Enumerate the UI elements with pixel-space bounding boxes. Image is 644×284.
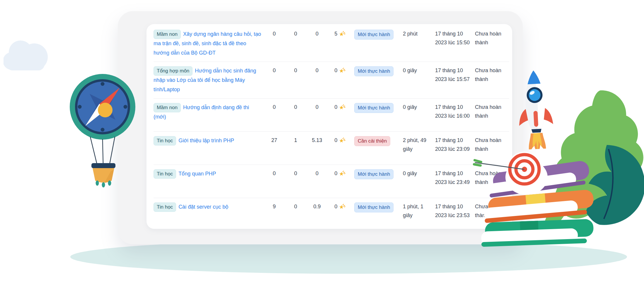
- subject-badge: Mầm non: [154, 30, 181, 39]
- reward-cell: 0: [328, 66, 352, 75]
- status-cell: Mới thực hành: [354, 30, 401, 40]
- count-cell-2: 0: [285, 66, 306, 75]
- lesson-title-cell: Mầm nonXây dựng ngân hàng câu hỏi, tạo m…: [154, 30, 263, 58]
- count-cell-1: 0: [266, 169, 283, 178]
- reward-value: 0: [334, 202, 337, 211]
- star-sparkle-icon: [339, 104, 345, 110]
- subject-badge: Tin học: [154, 136, 176, 146]
- date-cell: 17 tháng 10 2023 lúc 15:57: [435, 66, 473, 84]
- count-cell-2: 0: [285, 169, 306, 178]
- reward-cell: 0: [328, 202, 352, 211]
- subject-badge: Tổng hợp môn: [154, 66, 192, 76]
- reward-cell: 0: [328, 103, 352, 112]
- balloon-strings: [90, 137, 115, 164]
- status-cell: Mới thực hành: [354, 169, 401, 179]
- lesson-link[interactable]: Giới thiệu lập trình PHP: [178, 138, 234, 143]
- reward-value: 5: [334, 30, 337, 38]
- star-sparkle-icon: [339, 170, 345, 177]
- count-cell-1: 0: [266, 30, 283, 38]
- table-row: Tin họcCài đặt server cục bộ 9 0 0.9 0 M…: [154, 198, 509, 231]
- rocket-illustration: [511, 66, 559, 150]
- subject-badge: Mầm non: [154, 103, 181, 112]
- count-cell-3: 0: [309, 169, 326, 178]
- count-cell-2: 0: [285, 30, 306, 38]
- table-row: Tin họcGiới thiệu lập trình PHP 27 1 5.1…: [154, 131, 509, 165]
- status-badge: Mới thực hành: [354, 169, 393, 179]
- date-cell: 17 tháng 10 2023 lúc 23:09: [435, 136, 473, 153]
- count-cell-1: 0: [266, 103, 283, 112]
- count-cell-2: 0: [285, 202, 306, 211]
- lesson-title-cell: Tin họcTổng quan PHP: [154, 169, 263, 179]
- date-cell: 17 tháng 10 2023 lúc 23:53: [435, 202, 473, 220]
- completion-cell: Chưa hoàn thành: [475, 103, 510, 120]
- status-cell: Mới thực hành: [354, 103, 401, 113]
- table-row: Tổng hợp mônHướng dẫn học sinh đăng nhập…: [154, 62, 509, 98]
- count-cell-1: 9: [266, 202, 283, 211]
- reward-value: 0: [334, 66, 337, 75]
- count-cell-3: 0.9: [309, 202, 326, 211]
- results-table-body: Mầm nonXây dựng ngân hàng câu hỏi, tạo m…: [154, 25, 509, 231]
- duration-cell: 0 giây: [403, 66, 433, 75]
- status-cell: Cần cải thiện: [354, 136, 401, 146]
- count-cell-2: 1: [285, 136, 306, 145]
- dartboard-illustration: [472, 144, 548, 199]
- lesson-title-cell: Mầm nonHướng dẫn định dạng đề thi (mới): [154, 103, 263, 122]
- completion-cell: Chưa hoàn thành: [475, 66, 510, 84]
- table-row: Mầm nonXây dựng ngân hàng câu hỏi, tạo m…: [154, 25, 509, 62]
- reward-cell: 5: [328, 30, 352, 38]
- compass-icon: [70, 74, 135, 140]
- reward-value: 0: [334, 169, 337, 178]
- lesson-title-cell: Tổng hợp mônHướng dẫn học sinh đăng nhập…: [154, 66, 263, 94]
- count-cell-1: 27: [266, 136, 283, 145]
- table-row: Tin họcTổng quan PHP 0 0 0 0 Mới thực hà…: [154, 165, 509, 198]
- status-badge: Cần cải thiện: [354, 136, 390, 146]
- date-cell: 17 tháng 10 2023 lúc 23:49: [435, 169, 473, 187]
- reward-value: 0: [334, 103, 337, 112]
- duration-cell: 0 giây: [403, 169, 433, 178]
- duration-cell: 2 phút: [403, 30, 433, 38]
- duration-cell: 1 phút, 1 giây: [403, 202, 433, 220]
- cloud-icon: [4, 37, 56, 74]
- status-badge: Mới thực hành: [354, 202, 393, 212]
- results-card: Mầm nonXây dựng ngân hàng câu hỏi, tạo m…: [146, 24, 512, 229]
- status-cell: Mới thực hành: [354, 202, 401, 212]
- status-badge: Mới thực hành: [354, 30, 393, 40]
- star-sparkle-icon: [339, 137, 345, 143]
- reward-cell: 0: [328, 169, 352, 178]
- lesson-link[interactable]: Tổng quan PHP: [178, 171, 216, 177]
- table-row: Mầm nonHướng dẫn định dạng đề thi (mới) …: [154, 98, 509, 131]
- star-sparkle-icon: [339, 31, 345, 37]
- count-cell-3: 0: [309, 66, 326, 75]
- count-cell-3: 0: [309, 30, 326, 38]
- completion-cell: Chưa hoàn thành: [475, 30, 510, 47]
- subject-badge: Tin học: [154, 169, 176, 179]
- status-badge: Mới thực hành: [354, 66, 393, 76]
- duration-cell: 2 phút, 49 giây: [403, 136, 433, 153]
- book-green: [481, 219, 594, 247]
- status-badge: Mới thực hành: [354, 103, 393, 113]
- date-cell: 17 tháng 10 2023 lúc 15:50: [435, 30, 473, 47]
- lesson-link[interactable]: Cài đặt server cục bộ: [178, 204, 228, 210]
- date-cell: 17 tháng 10 2023 lúc 16:00: [435, 103, 473, 120]
- duration-cell: 0 giây: [403, 103, 433, 112]
- count-cell-2: 0: [285, 103, 306, 112]
- reward-value: 0: [334, 136, 337, 145]
- balloon-basket: [91, 163, 115, 187]
- reward-cell: 0: [328, 136, 352, 145]
- subject-badge: Tin học: [154, 202, 176, 212]
- count-cell-1: 0: [266, 66, 283, 75]
- results-table: Mầm nonXây dựng ngân hàng câu hỏi, tạo m…: [146, 24, 512, 231]
- hot-air-balloon-illustration: [67, 72, 140, 189]
- star-sparkle-icon: [339, 203, 345, 210]
- count-cell-3: 5.13: [309, 136, 326, 145]
- lesson-title-cell: Tin họcGiới thiệu lập trình PHP: [154, 136, 263, 146]
- status-cell: Mới thực hành: [354, 66, 401, 76]
- count-cell-3: 0: [309, 103, 326, 112]
- star-sparkle-icon: [339, 67, 345, 74]
- lesson-title-cell: Tin họcCài đặt server cục bộ: [154, 202, 263, 212]
